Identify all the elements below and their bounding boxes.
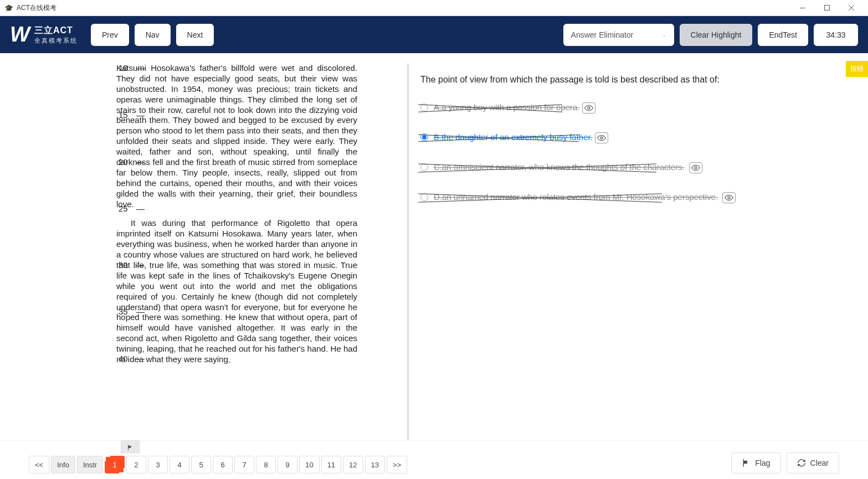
choice-a-eye-button[interactable] — [582, 102, 595, 114]
svg-point-4 — [588, 107, 590, 109]
choice-b-text: B.the daughter of an extremely busy fath… — [434, 132, 593, 142]
brand-title: 三立ACT — [34, 25, 78, 37]
nav-instr-button[interactable]: Instr — [77, 456, 103, 473]
line-number: 30 — [119, 260, 128, 271]
nav-q7-button[interactable]: 7 — [234, 456, 254, 473]
nav-q10-button[interactable]: 10 — [299, 456, 319, 473]
choice-b[interactable]: B.the daughter of an extremely busy fath… — [420, 132, 835, 143]
report-error-button[interactable]: 报错 — [846, 61, 868, 77]
choice-a[interactable]: A.a young boy with a passion for opera. — [420, 102, 835, 114]
nav-q8-button[interactable]: 8 — [256, 456, 276, 473]
choice-c-radio[interactable] — [420, 163, 428, 171]
refresh-icon — [797, 459, 806, 467]
brand-subtitle: 全真模考系统 — [34, 37, 78, 45]
choice-c-text: C.an omniscient narrator, who knows the … — [434, 162, 685, 172]
passage-paragraph: Katsumi Hosokawa's father's billfold wer… — [116, 63, 357, 209]
logo-mark: W — [10, 23, 29, 47]
svg-rect-1 — [825, 6, 830, 11]
choice-b-radio[interactable] — [420, 133, 428, 141]
svg-rect-0 — [800, 8, 805, 8]
question-navigator: << Info Instr 1 2 3 4 5 6 7 8 9 10 11 12… — [0, 440, 868, 479]
nav-q5-button[interactable]: 5 — [191, 456, 211, 473]
window-title: ACT在线模考 — [17, 3, 57, 13]
window-titlebar: 🎓 ACT在线模考 — [0, 0, 868, 16]
choice-c[interactable]: C.an omniscient narrator, who knows the … — [420, 162, 835, 173]
clear-highlight-button[interactable]: Clear Highlight — [680, 24, 753, 46]
timer-display: 34:33 — [814, 24, 858, 46]
nav-info-button[interactable]: Info — [51, 456, 75, 473]
choice-c-eye-button[interactable] — [689, 162, 702, 173]
nav-q11-button[interactable]: 11 — [321, 456, 341, 473]
passage-pane: 10— 15— 20— 25— 30— 35— 40— Katsumi Hoso… — [0, 53, 407, 440]
next-button[interactable]: Next — [176, 24, 214, 46]
line-number: 40 — [119, 354, 128, 364]
nav-q13-button[interactable]: 13 — [365, 456, 385, 473]
clear-button[interactable]: Clear — [787, 452, 839, 473]
prev-button[interactable]: Prev — [91, 24, 129, 46]
nav-q1-button[interactable]: 1 — [105, 456, 125, 473]
line-number: 35 — [119, 307, 128, 317]
clear-label: Clear — [810, 459, 829, 467]
answer-eliminator-select[interactable]: Answer Eliminator ⌄ — [563, 24, 674, 46]
flag-button[interactable]: Flag — [731, 452, 780, 473]
chevron-down-icon: ⌄ — [662, 32, 666, 38]
choice-a-text: A.a young boy with a passion for opera. — [434, 102, 580, 112]
flag-label: Flag — [755, 459, 770, 467]
nav-q2-button[interactable]: 2 — [126, 456, 146, 473]
nav-q9-button[interactable]: 9 — [278, 456, 297, 473]
svg-point-6 — [695, 167, 697, 169]
app-icon: 🎓 — [4, 4, 13, 12]
brand-logo: W 三立ACT 全真模考系统 — [10, 23, 78, 47]
line-number: 20 — [119, 157, 128, 168]
pane-divider[interactable] — [407, 63, 409, 440]
choice-b-eye-button[interactable] — [595, 132, 608, 143]
line-number: 10 — [119, 63, 128, 74]
close-button[interactable] — [839, 0, 864, 16]
flag-indicator-tab — [121, 440, 140, 454]
nav-last-button[interactable]: >> — [387, 456, 407, 473]
nav-q6-button[interactable]: 6 — [213, 456, 233, 473]
passage-text: 10— 15— 20— 25— 30— 35— 40— Katsumi Hoso… — [0, 63, 407, 365]
passage-paragraph: It was during that performance of Rigole… — [116, 218, 357, 364]
maximize-button[interactable] — [815, 0, 839, 16]
svg-point-7 — [728, 197, 730, 199]
choice-d-radio[interactable] — [420, 193, 428, 201]
flag-icon — [127, 444, 133, 451]
nav-q4-button[interactable]: 4 — [170, 456, 189, 473]
nav-q12-button[interactable]: 12 — [343, 456, 363, 473]
nav-first-button[interactable]: << — [29, 456, 49, 473]
nav-button[interactable]: Nav — [135, 24, 171, 46]
end-test-button[interactable]: EndTest — [758, 24, 808, 46]
choice-a-radio[interactable] — [420, 104, 428, 111]
choice-d-text: D.an unnamed narrator who relates events… — [434, 192, 718, 202]
line-number: 15 — [119, 110, 128, 121]
line-number: 25 — [119, 204, 128, 214]
app-header: W 三立ACT 全真模考系统 Prev Nav Next Answer Elim… — [0, 16, 868, 53]
content-area: 报错 10— 15— 20— 25— 30— 35— 40— Katsumi H… — [0, 53, 868, 440]
choice-d-eye-button[interactable] — [722, 192, 736, 203]
minimize-button[interactable] — [790, 0, 815, 16]
nav-q3-button[interactable]: 3 — [148, 456, 168, 473]
choice-d[interactable]: D.an unnamed narrator who relates events… — [420, 192, 835, 203]
question-pane: The point of view from which the passage… — [407, 53, 868, 440]
eliminator-label: Answer Eliminator — [571, 30, 634, 39]
svg-point-5 — [600, 137, 603, 139]
question-stem: The point of view from which the passage… — [420, 73, 835, 86]
flag-icon — [742, 459, 751, 467]
nav-buttons: << Info Instr 1 2 3 4 5 6 7 8 9 10 11 12… — [29, 456, 407, 473]
